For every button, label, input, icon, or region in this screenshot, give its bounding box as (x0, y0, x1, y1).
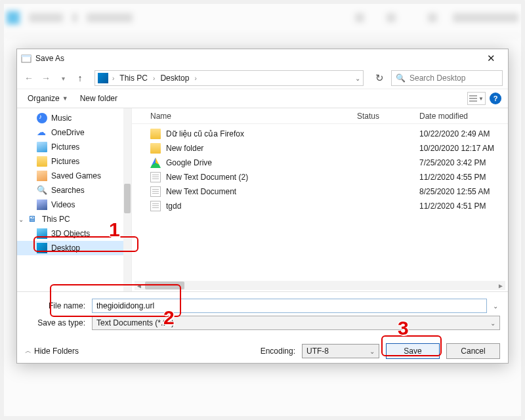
tree-item-this-pc[interactable]: ⌄🖥This PC (17, 212, 131, 226)
chevron-down-icon[interactable]: ⌄ (355, 75, 360, 82)
file-row[interactable]: New Text Document8/25/2020 12:55 AM (132, 184, 508, 199)
titlebar: Save As ✕ (17, 49, 508, 68)
tree-item-pictures[interactable]: Pictures (17, 140, 131, 154)
horizontal-scrollbar[interactable]: ◄► (135, 281, 505, 290)
nav-row: ← → ▾ ↑ › This PC › Desktop › ⌄ ↻ 🔍 Sear… (17, 68, 508, 89)
path-segment[interactable]: This PC (118, 74, 149, 83)
dialog-title: Save As (35, 54, 478, 63)
toolbar: Organize▼ New folder ▼ ? (17, 89, 508, 108)
file-list-pane: Name Status Date modified Dữ liệu cũ của… (132, 108, 508, 291)
chevron-down-icon: ⌄ (369, 348, 375, 355)
savetype-dropdown[interactable]: Text Documents (*.txt) ⌄ (92, 316, 500, 330)
encoding-dropdown[interactable]: UTF-8 ⌄ (302, 344, 379, 358)
tree-scrollbar[interactable] (123, 108, 131, 291)
chevron-down-icon: ⌄ (490, 320, 495, 327)
file-list[interactable]: Dữ liệu cũ của Firefox10/22/2020 2:49 AM… (132, 124, 508, 291)
app-icon (21, 53, 32, 64)
back-button[interactable]: ← (22, 72, 35, 85)
cancel-button[interactable]: Cancel (446, 343, 500, 359)
svg-rect-1 (22, 55, 31, 57)
tree-item-pictures[interactable]: Pictures (17, 154, 131, 169)
monitor-icon (98, 73, 108, 83)
tree-item-onedrive[interactable]: ☁OneDrive (17, 125, 131, 140)
folder-tree[interactable]: Music☁OneDrivePicturesPicturesSaved Game… (17, 108, 132, 291)
tree-item-videos[interactable]: Videos (17, 198, 131, 212)
column-headers[interactable]: Name Status Date modified (132, 108, 508, 124)
search-placeholder: Search Desktop (410, 74, 465, 83)
close-button[interactable]: ✕ (478, 52, 504, 64)
path-segment[interactable]: Desktop (159, 74, 190, 83)
tree-item-saved-games[interactable]: Saved Games (17, 169, 131, 183)
col-date[interactable]: Date modified (419, 112, 508, 121)
file-row[interactable]: New Text Document (2)11/2/2020 4:55 PM (132, 170, 508, 184)
filename-label: File name: (25, 301, 88, 310)
address-bar[interactable]: › This PC › Desktop › ⌄ (94, 70, 364, 86)
bottom-panel: File name: ⌄ Save as type: Text Document… (17, 291, 508, 363)
help-button[interactable]: ? (490, 93, 501, 104)
tree-item-music[interactable]: Music (17, 111, 131, 125)
file-row[interactable]: Dữ liệu cũ của Firefox10/22/2020 2:49 AM (132, 127, 508, 141)
organize-button[interactable]: Organize▼ (24, 92, 72, 105)
save-as-dialog: Save As ✕ ← → ▾ ↑ › This PC › Desktop › … (16, 49, 509, 364)
file-row[interactable]: tgdd11/2/2020 4:51 PM (132, 199, 508, 213)
view-options-button[interactable]: ▼ (467, 92, 486, 105)
save-button[interactable]: Save (386, 343, 440, 359)
savetype-label: Save as type: (25, 318, 88, 327)
recent-button[interactable]: ▾ (56, 72, 70, 85)
chevron-right-icon: › (111, 75, 116, 82)
tree-item-3d-objects[interactable]: 3D Objects (17, 226, 131, 241)
tree-item-searches[interactable]: 🔍Searches (17, 183, 131, 198)
refresh-button[interactable]: ↻ (371, 70, 387, 86)
search-input[interactable]: 🔍 Search Desktop (391, 70, 503, 86)
new-folder-button[interactable]: New folder (76, 92, 121, 105)
chevron-up-icon: ︿ (25, 346, 32, 356)
tree-item-desktop[interactable]: Desktop (17, 241, 131, 255)
file-row[interactable]: Google Drive7/25/2020 3:42 PM (132, 156, 508, 170)
forward-button: → (39, 72, 52, 85)
hide-folders-button[interactable]: ︿ Hide Folders (25, 346, 79, 356)
chevron-right-icon: › (193, 75, 198, 82)
up-button[interactable]: ↑ (74, 72, 87, 85)
chevron-down-icon[interactable]: ⌄ (491, 303, 500, 310)
filename-input[interactable] (92, 299, 487, 313)
file-row[interactable]: New folder10/20/2020 12:17 AM (132, 141, 508, 156)
encoding-label: Encoding: (261, 346, 295, 356)
col-status[interactable]: Status (357, 112, 419, 121)
search-icon: 🔍 (396, 74, 406, 83)
chevron-right-icon: › (152, 75, 156, 82)
col-name[interactable]: Name (150, 112, 357, 121)
